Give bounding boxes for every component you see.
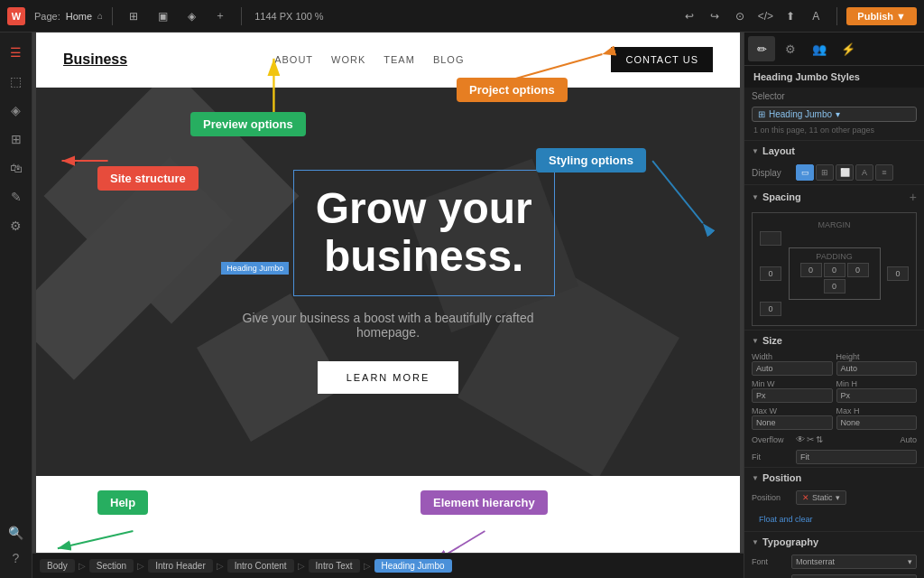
share-button[interactable]: A — [804, 5, 827, 28]
export-button[interactable]: ⬆ — [779, 5, 802, 28]
breadcrumb-sep-2: ▷ — [137, 561, 144, 571]
padding-bottom[interactable]: 0 — [824, 279, 845, 294]
undo-button[interactable]: ↩ — [678, 5, 701, 28]
grid-view-button[interactable]: ⊞ — [122, 5, 145, 28]
display-opt-inline[interactable]: A — [855, 164, 873, 181]
contact-button[interactable]: CONTACT US — [611, 47, 713, 72]
history-button[interactable]: ⊙ — [728, 5, 752, 28]
sidebar-item-help[interactable]: ? — [4, 545, 29, 571]
nav-work[interactable]: WORK — [331, 54, 365, 65]
site-header: Business ABOUT WORK TEAM BLOG CONTACT US — [36, 33, 740, 88]
breadcrumb-intro-header[interactable]: Intro Header — [148, 559, 213, 573]
min-w-group: Min W Px — [752, 379, 833, 403]
margin-right[interactable]: 0 — [887, 266, 909, 281]
min-h-label: Min H — [836, 379, 918, 388]
sidebar-item-search[interactable]: 🔍 — [4, 520, 29, 545]
hero-content: Heading Jumbo Grow yourbusiness. Give yo… — [203, 152, 573, 412]
fit-label: Fit — [752, 452, 792, 461]
min-h-input[interactable]: Px — [836, 388, 918, 403]
sidebar-bottom: 🔍 ? — [4, 520, 29, 571]
sidebar-item-components[interactable]: ⊞ — [4, 126, 29, 152]
layout-section-header[interactable]: ▼ Layout — [744, 140, 924, 161]
panel-icon-settings[interactable]: ⚙ — [777, 36, 804, 61]
width-label: Width — [752, 352, 833, 361]
nav-team[interactable]: TEAM — [383, 54, 415, 65]
margin-bottom[interactable]: 0 — [760, 302, 781, 316]
typography-section-header[interactable]: ▼ Typography — [744, 531, 924, 552]
breadcrumb-bar: Body ▷ Section ▷ Intro Header ▷ Intro Co… — [32, 553, 744, 578]
position-row: Position ✕ Static ▾ — [744, 488, 924, 508]
weight-select[interactable]: 400 · Normal ▾ — [791, 574, 917, 578]
display-opt-block[interactable]: ▭ — [796, 164, 814, 181]
font-select[interactable]: Montserrat ▾ — [791, 555, 917, 569]
nav-blog[interactable]: BLOG — [433, 54, 465, 65]
redo-button[interactable]: ↪ — [703, 5, 726, 28]
margin-left[interactable]: 0 — [760, 266, 781, 281]
overflow-edit-icon[interactable]: ✂ — [807, 434, 814, 444]
code-button[interactable]: </> — [753, 5, 777, 28]
spacing-section-header[interactable]: ▼ Spacing + — [744, 184, 924, 209]
display-opt-flex[interactable]: ⊞ — [816, 164, 834, 181]
max-h-group: Max H None — [836, 406, 918, 430]
sidebar-item-store[interactable]: 🛍 — [4, 155, 29, 181]
padding-left[interactable]: 0 — [800, 263, 822, 277]
nav-about[interactable]: ABOUT — [274, 54, 313, 65]
panel-icon-lightning[interactable]: ⚡ — [835, 36, 862, 61]
max-h-input[interactable]: None — [836, 415, 918, 430]
size-wh-row: Width Auto Height Auto — [744, 350, 924, 378]
sidebar-item-layers[interactable]: ⬚ — [4, 69, 29, 94]
hero-cta-button[interactable]: LEARN MORE — [318, 361, 459, 394]
pos-type-label: Position — [752, 493, 792, 502]
width-input[interactable]: Auto — [752, 361, 833, 376]
hero-selection-box: Grow yourbusiness. — [293, 170, 555, 296]
height-input[interactable]: Auto — [836, 361, 918, 376]
min-w-label: Min W — [752, 379, 833, 388]
position-label: Position — [762, 472, 801, 483]
sidebar-item-settings[interactable]: ⚙ — [4, 213, 29, 238]
padding-right[interactable]: 0 — [847, 263, 869, 277]
typography-arrow-icon: ▼ — [752, 538, 759, 546]
display-opt-grid[interactable]: ⬜ — [836, 164, 854, 181]
display-opt-none[interactable]: ≡ — [875, 164, 893, 181]
publish-button[interactable]: Publish ▼ — [846, 7, 917, 25]
top-toolbar: W Page: Home ⌂ ⊞ ▣ ◈ ＋ 1144 PX 100 % ↩ ↪… — [0, 0, 924, 33]
panel-icon-team[interactable]: 👥 — [806, 36, 833, 61]
breadcrumb-body[interactable]: Body — [40, 559, 75, 573]
display-row: Display ▭ ⊞ ⬜ A ≡ — [744, 161, 924, 184]
add-button[interactable]: ＋ — [208, 5, 232, 28]
divider — [112, 7, 113, 25]
page-label: Page: — [34, 11, 60, 22]
selector-chip[interactable]: ⊞ Heading Jumbo ▾ — [752, 107, 917, 122]
component-button[interactable]: ◈ — [180, 5, 203, 28]
sidebar-item-blog[interactable]: ✎ — [4, 184, 29, 210]
breadcrumb-intro-text[interactable]: Intro Text — [309, 559, 360, 573]
position-arrow-icon: ▼ — [752, 474, 759, 482]
sidebar-item-pages[interactable]: ☰ — [4, 40, 29, 65]
overflow-scroll-icon[interactable]: ⇅ — [816, 434, 823, 444]
panel-icon-edit[interactable]: ✏ — [748, 36, 775, 61]
breadcrumb-intro-content[interactable]: Intro Content — [227, 559, 294, 573]
position-section-header[interactable]: ▼ Position — [744, 467, 924, 488]
breadcrumb-section[interactable]: Section — [89, 559, 134, 573]
float-clear-link[interactable]: Float and clear — [752, 513, 820, 526]
size-section-header[interactable]: ▼ Size — [744, 330, 924, 350]
padding-inner[interactable]: 0 — [824, 263, 845, 277]
overflow-eye-icon[interactable]: 👁 — [796, 434, 805, 444]
spacing-plus-icon[interactable]: + — [910, 190, 917, 204]
site-nav: ABOUT WORK TEAM BLOG — [274, 54, 464, 65]
min-w-input[interactable]: Px — [752, 388, 833, 403]
margin-top[interactable] — [760, 231, 781, 246]
fit-input[interactable]: Fit — [796, 450, 917, 464]
breadcrumb-heading-jumbo[interactable]: Heading Jumbo — [374, 559, 452, 573]
weight-row: Weight 400 · Normal ▾ — [744, 572, 924, 578]
max-w-input[interactable]: None — [752, 415, 833, 430]
padding-box: PADDING 0 0 0 0 — [789, 247, 881, 300]
layout-button[interactable]: ▣ — [151, 5, 174, 28]
typography-label: Typography — [762, 536, 818, 547]
sidebar-item-assets[interactable]: ◈ — [4, 98, 29, 123]
height-group: Height Auto — [836, 352, 918, 376]
pos-type-select[interactable]: ✕ Static ▾ — [796, 490, 846, 505]
selector-chip-label: Heading Jumbo — [769, 109, 832, 119]
spacing-top-row — [760, 231, 909, 246]
margin-box: MARGIN 0 PADDING 0 0 0 — [752, 212, 917, 326]
